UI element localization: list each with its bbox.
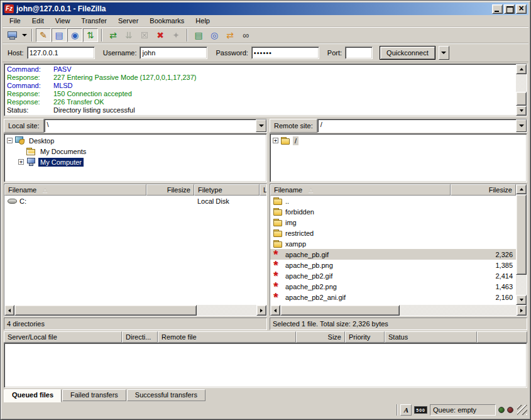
- local-directory-tree: −DesktopMy Documents+My Computer: [4, 133, 267, 182]
- filezilla-window: Fz john@127.0.0.1 - FileZilla FileEditVi…: [0, 0, 531, 420]
- scrollbar-thumb[interactable]: [516, 92, 527, 106]
- resize-grip[interactable]: [517, 405, 527, 415]
- scroll-up-icon[interactable]: [516, 64, 527, 74]
- scroll-down-icon[interactable]: [516, 106, 527, 116]
- close-button[interactable]: [516, 4, 527, 14]
- quickconnect-bar: Host: Username: Password: Port: Quickcon…: [3, 43, 528, 62]
- find-files-icon[interactable]: ∞: [238, 28, 253, 42]
- column-header-filesize[interactable]: Filesize: [451, 184, 516, 196]
- file-row[interactable]: restricted: [270, 228, 516, 238]
- expand-icon[interactable]: +: [273, 138, 278, 143]
- menu-transfer[interactable]: Transfer: [75, 16, 112, 26]
- log-line-text: 226 Transfer OK: [53, 98, 104, 106]
- menu-edit[interactable]: Edit: [26, 16, 50, 26]
- column-header-priority[interactable]: Priority: [345, 331, 385, 343]
- quickconnect-button[interactable]: Quickconnect: [380, 46, 435, 60]
- scroll-up-icon[interactable]: [516, 184, 527, 194]
- file-row[interactable]: xampp: [270, 238, 516, 249]
- local-site-combobox[interactable]: \: [44, 119, 267, 133]
- column-header-filename[interactable]: Filename△: [270, 184, 451, 196]
- local-horizontal-scrollbar[interactable]: [4, 305, 266, 316]
- scroll-left-icon[interactable]: [270, 305, 280, 316]
- file-row[interactable]: apache_pb.png1,385: [270, 260, 516, 270]
- file-row[interactable]: apache_pb2.png1,463: [270, 281, 516, 292]
- menu-bookmarks[interactable]: Bookmarks: [144, 16, 190, 26]
- toggle-local-tree-icon[interactable]: ▤: [52, 28, 67, 42]
- column-header-server-local-file[interactable]: Server/Local file: [4, 331, 122, 343]
- column-header-status[interactable]: Status: [385, 331, 477, 343]
- reconnect-icon: ✦: [168, 28, 183, 42]
- scrollbar-thumb[interactable]: [14, 305, 197, 316]
- combo-dropdown-icon[interactable]: [256, 119, 266, 132]
- log-vertical-scrollbar[interactable]: [516, 64, 527, 116]
- port-input[interactable]: [345, 47, 373, 59]
- scrollbar-thumb[interactable]: [280, 305, 400, 316]
- tab-failed-transfers[interactable]: Failed transfers: [62, 389, 126, 401]
- remote-site-combobox[interactable]: /: [317, 119, 527, 133]
- scroll-down-icon[interactable]: [516, 295, 527, 305]
- filename-text: restricted: [285, 229, 314, 237]
- menu-file[interactable]: File: [4, 16, 26, 26]
- password-input[interactable]: [251, 47, 319, 59]
- menu-server[interactable]: Server: [112, 16, 144, 26]
- menu-help[interactable]: Help: [190, 16, 216, 26]
- toggle-queue-icon[interactable]: ⇅: [83, 28, 98, 42]
- column-header-l[interactable]: L: [260, 184, 266, 196]
- expand-icon[interactable]: +: [18, 159, 24, 165]
- menu-view[interactable]: View: [50, 16, 76, 26]
- column-header-remote-file[interactable]: Remote file: [158, 331, 296, 343]
- scroll-left-icon[interactable]: [4, 305, 14, 316]
- minimize-button[interactable]: [492, 4, 503, 14]
- tree-item-my-computer[interactable]: +My Computer: [4, 157, 266, 167]
- tree-item-desktop[interactable]: −Desktop: [4, 135, 266, 146]
- quickconnect-dropdown[interactable]: [439, 46, 449, 60]
- tree-item-my-documents[interactable]: My Documents: [4, 146, 266, 157]
- column-header-directi-[interactable]: Directi...: [122, 331, 158, 343]
- file-row[interactable]: apache_pb2.gif2,414: [270, 270, 516, 281]
- collapse-icon[interactable]: −: [7, 138, 13, 143]
- file-row[interactable]: img: [270, 217, 516, 228]
- directory-comparison-icon[interactable]: ◎: [207, 28, 222, 42]
- disk-icon: [8, 197, 17, 205]
- column-header-filetype[interactable]: Filetype: [194, 184, 260, 196]
- refresh-icon[interactable]: ⇄: [106, 28, 121, 42]
- host-input[interactable]: [27, 47, 95, 59]
- statusbar: A 500 Queue: empty: [3, 402, 528, 417]
- column-header-filename[interactable]: Filename△: [4, 184, 146, 196]
- column-header-blank[interactable]: [477, 331, 527, 343]
- speedlimit-icon[interactable]: 500: [414, 406, 427, 414]
- remote-vertical-scrollbar[interactable]: [516, 184, 527, 305]
- log-lines: Command:PASVResponse:227 Entering Passiv…: [4, 64, 516, 116]
- log-line-label: Status:: [7, 106, 53, 114]
- log-line-label: Command:: [7, 82, 53, 90]
- combo-dropdown-icon[interactable]: [516, 119, 527, 132]
- maximize-button[interactable]: [504, 4, 515, 14]
- tree-item--[interactable]: +/: [270, 135, 527, 146]
- scrollbar-thumb[interactable]: [516, 194, 527, 275]
- remote-horizontal-scrollbar[interactable]: [270, 305, 527, 316]
- site-manager-icon[interactable]: [4, 28, 19, 42]
- site-manager-dropdown-icon[interactable]: [20, 28, 28, 42]
- tab-queued-files[interactable]: Queued files: [4, 389, 62, 402]
- synchronized-browsing-icon[interactable]: ⇄: [222, 28, 238, 42]
- file-row[interactable]: apache_pb2_ani.gif2,160: [270, 292, 516, 302]
- directory-filters-icon[interactable]: ▤: [191, 28, 206, 42]
- tab-successful-transfers[interactable]: Successful transfers: [127, 389, 205, 401]
- column-header-filesize[interactable]: Filesize: [146, 184, 194, 196]
- scroll-right-icon[interactable]: [256, 305, 266, 316]
- file-row[interactable]: ..: [270, 196, 516, 206]
- remote-directory-tree: +/: [270, 133, 527, 182]
- file-row[interactable]: forbidden: [270, 206, 516, 217]
- toggle-remote-tree-icon[interactable]: ◉: [67, 28, 82, 42]
- column-header-size[interactable]: Size: [296, 331, 345, 343]
- username-input[interactable]: [140, 47, 207, 59]
- tree-item-label: My Computer: [38, 158, 84, 167]
- file-row[interactable]: C:Local Disk: [4, 196, 266, 206]
- scroll-right-icon[interactable]: [517, 305, 527, 316]
- tree-item-label: My Documents: [38, 147, 88, 156]
- toggle-message-log-icon[interactable]: ✎: [36, 28, 51, 42]
- file-row[interactable]: apache_pb.gif2,326: [270, 249, 516, 260]
- username-label: Username:: [103, 49, 137, 57]
- disconnect-icon[interactable]: ✖: [153, 28, 168, 42]
- transfer-type-icon[interactable]: A: [400, 404, 412, 416]
